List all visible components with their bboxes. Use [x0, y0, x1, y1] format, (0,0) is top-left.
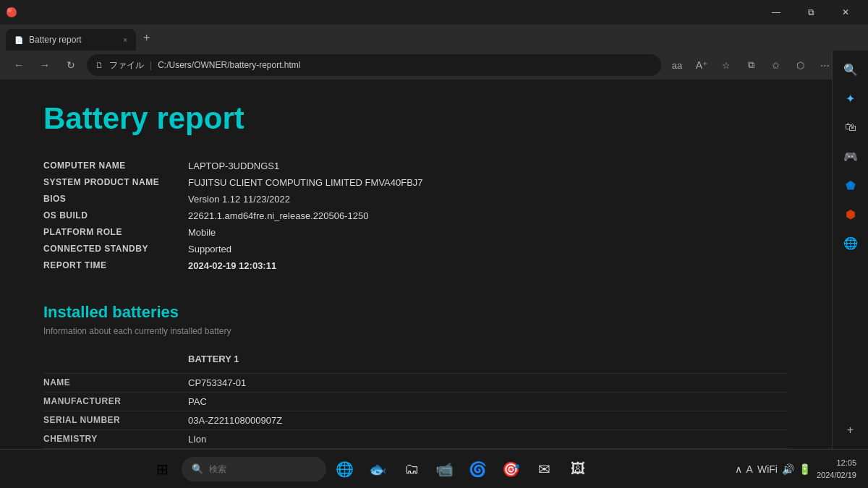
taskbar-search[interactable]: 🔍 — [182, 457, 326, 481]
sidebar-games-button[interactable]: 🎮 — [838, 143, 864, 169]
split-icon: ⧉ — [748, 59, 754, 71]
back-button[interactable]: ← — [9, 55, 29, 75]
info-value: 22621.1.amd64fre.ni_release.220506-1250 — [188, 210, 368, 221]
info-value: Mobile — [188, 227, 216, 238]
browser-taskbar-icon: 🌐 — [336, 461, 354, 478]
file-protocol-icon: 🗋 — [95, 61, 103, 69]
svg-point-1 — [7, 8, 12, 12]
fish-icon: 🐟 — [369, 461, 387, 478]
read-aloud-button[interactable]: аа — [667, 55, 687, 75]
system-tray: ∧ A WiFi 🔊 🔋 — [735, 463, 811, 475]
sidebar-plus-icon: + — [847, 424, 854, 437]
sidebar-office-icon: ⬢ — [846, 207, 856, 221]
mail-icon: ✉ — [538, 461, 550, 478]
split-screen-button[interactable]: ⧉ — [741, 55, 761, 75]
new-tab-button[interactable]: + — [137, 31, 156, 44]
taskbar-browser-button[interactable]: 🌐 — [331, 455, 359, 484]
taskbar-search-icon: 🔍 — [192, 463, 203, 474]
sidebar-office-button[interactable]: ⬢ — [838, 201, 864, 227]
address-prefix: ファイル — [109, 59, 144, 72]
battery-label: NAME — [43, 377, 188, 388]
sidebar-games-icon: 🎮 — [843, 150, 858, 163]
nav-tools: аа A⁺ ☆ ⧉ ✩ ⬡ ⋯ ⊕ — [667, 55, 859, 75]
info-value: LAPTOP-3UDDNGS1 — [188, 160, 279, 171]
info-value: 2024-02-19 12:03:11 — [188, 260, 276, 271]
minimize-button[interactable]: — — [760, 0, 793, 25]
sidebar-bottom: + — [838, 417, 864, 443]
clock[interactable]: 12:05 2024/02/19 — [817, 457, 856, 481]
battery-value: PAC — [188, 396, 207, 407]
chevron-up-icon[interactable]: ∧ — [735, 463, 742, 475]
battery-value: CP753347-01 — [188, 377, 246, 388]
page-title: Battery report — [43, 101, 788, 136]
taskbar: ⊞ 🔍 🌐 🐟 🗂 📹 🌀 🎯 ✉ 🖼 — [0, 449, 868, 488]
start-button[interactable]: ⊞ — [148, 455, 177, 484]
info-label: SYSTEM PRODUCT NAME — [43, 177, 188, 188]
address-path: C:/Users/OWNER/battery-report.html — [158, 60, 300, 70]
sidebar-outlook-icon: ⬟ — [846, 179, 856, 192]
page-content: Battery report COMPUTER NAME LAPTOP-3UDD… — [0, 80, 832, 449]
sidebar-bag-icon: 🛍 — [845, 121, 856, 134]
nav-bar: ← → ↻ 🗋 ファイル | C:/Users/OWNER/battery-re… — [0, 51, 868, 80]
read-aloud-icon: аа — [672, 60, 682, 71]
battery-value: LIon — [188, 434, 206, 445]
taskbar-search-input[interactable] — [209, 464, 310, 474]
favorites-panel-button[interactable]: ✩ — [765, 55, 786, 75]
forward-button[interactable]: → — [35, 55, 55, 75]
edge-sidebar: 🔍 ✦ 🛍 🎮 ⬟ ⬢ 🌐 + — [832, 80, 868, 449]
info-row: REPORT TIME 2024-02-19 12:03:11 — [43, 257, 788, 274]
reader-view-button[interactable]: A⁺ — [692, 55, 712, 75]
battery-header-name: BATTERY 1 — [188, 354, 239, 364]
info-label: OS BUILD — [43, 210, 188, 221]
sidebar-search-button[interactable]: 🔍 — [838, 80, 864, 82]
close-button[interactable]: ✕ — [829, 0, 862, 25]
windows-logo-icon: ⊞ — [156, 461, 169, 478]
taskbar-games-button[interactable]: 🎯 — [497, 455, 526, 484]
favorite-button[interactable]: ☆ — [716, 55, 736, 75]
sidebar-edge-button[interactable]: 🌐 — [838, 230, 864, 256]
wifi-icon[interactable]: WiFi — [757, 463, 778, 475]
tab-close-icon[interactable]: × — [123, 36, 127, 44]
reader-icon: A⁺ — [696, 59, 707, 71]
refresh-button[interactable]: ↻ — [61, 55, 81, 75]
title-bar: — ⧉ ✕ — [0, 0, 868, 25]
collections-button[interactable]: ⬡ — [790, 55, 810, 75]
address-bar[interactable]: 🗋 ファイル | C:/Users/OWNER/battery-report.h… — [87, 54, 661, 76]
battery-row: MANUFACTURER PAC — [43, 392, 788, 411]
sidebar-copilot-button[interactable]: ✦ — [838, 85, 864, 111]
taskbar-edge-button[interactable]: 🌀 — [464, 455, 493, 484]
title-bar-left — [6, 7, 17, 18]
files-icon: 🗂 — [404, 461, 419, 477]
sidebar-expand-button[interactable]: + — [838, 417, 864, 443]
sidebar-outlook-button[interactable]: ⬟ — [838, 172, 864, 198]
sidebar-edge-icon: 🌐 — [843, 236, 858, 250]
tab-bar: 📄 Battery report × + — [0, 25, 868, 51]
info-label: CONNECTED STANDBY — [43, 244, 188, 254]
info-label: PLATFORM ROLE — [43, 227, 188, 238]
battery-spacer — [43, 354, 188, 364]
taskbar-mail-button[interactable]: ✉ — [530, 455, 559, 484]
bookmark-icon: ✩ — [772, 60, 780, 71]
refresh-icon: ↻ — [67, 59, 75, 71]
maximize-button[interactable]: ⧉ — [794, 0, 827, 25]
info-value: FUJITSU CLIENT COMPUTING LIMITED FMVA40F… — [188, 177, 423, 188]
battery-row: SERIAL NUMBER 03A-Z221108000907Z — [43, 411, 788, 429]
volume-icon[interactable]: 🔊 — [782, 463, 794, 475]
taskbar-video-button[interactable]: 📹 — [430, 455, 459, 484]
active-tab[interactable]: 📄 Battery report × — [6, 29, 136, 51]
info-row: SYSTEM PRODUCT NAME FUJITSU CLIENT COMPU… — [43, 174, 788, 191]
taskbar-photos-button[interactable]: 🖼 — [563, 455, 592, 484]
page-area: Battery report COMPUTER NAME LAPTOP-3UDD… — [0, 80, 868, 449]
window-controls: — ⧉ ✕ — [760, 0, 862, 25]
taskbar-right: ∧ A WiFi 🔊 🔋 12:05 2024/02/19 — [735, 457, 856, 481]
info-value: Version 1.12 11/23/2022 — [188, 194, 290, 205]
font-icon[interactable]: A — [746, 463, 753, 475]
installed-batteries-section: Installed batteries Information about ea… — [43, 303, 788, 449]
battery-header-row: BATTERY 1 — [43, 351, 788, 367]
sidebar-shopping-button[interactable]: 🛍 — [838, 114, 864, 140]
battery-tray-icon[interactable]: 🔋 — [799, 463, 811, 475]
info-value: Supported — [188, 244, 231, 254]
taskbar-fish-button[interactable]: 🐟 — [364, 455, 393, 484]
ellipsis-icon: ⋯ — [820, 60, 830, 71]
taskbar-files-button[interactable]: 🗂 — [397, 455, 426, 484]
